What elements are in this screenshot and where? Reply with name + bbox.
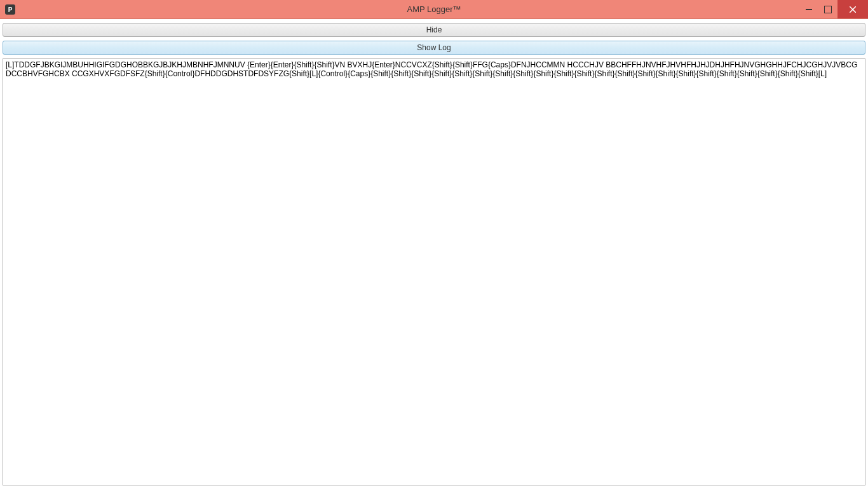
window-controls xyxy=(799,0,868,18)
window-title: AMP Logger™ xyxy=(407,4,461,14)
maximize-button[interactable] xyxy=(818,0,837,18)
close-button[interactable] xyxy=(837,0,868,18)
minimize-button[interactable] xyxy=(799,0,818,18)
titlebar: AMP Logger™ xyxy=(0,0,868,19)
content-area: Hide Show Log [L]TDDGFJBKGIJMBUHHIGIFGDG… xyxy=(0,19,868,488)
close-icon xyxy=(850,6,856,13)
hide-button[interactable]: Hide xyxy=(3,23,865,37)
log-textarea[interactable]: [L]TDDGFJBKGIJMBUHHIGIFGDGHOBBKGJBJKHJMB… xyxy=(3,58,865,485)
app-icon xyxy=(5,4,15,15)
show-log-button[interactable]: Show Log xyxy=(3,41,865,55)
